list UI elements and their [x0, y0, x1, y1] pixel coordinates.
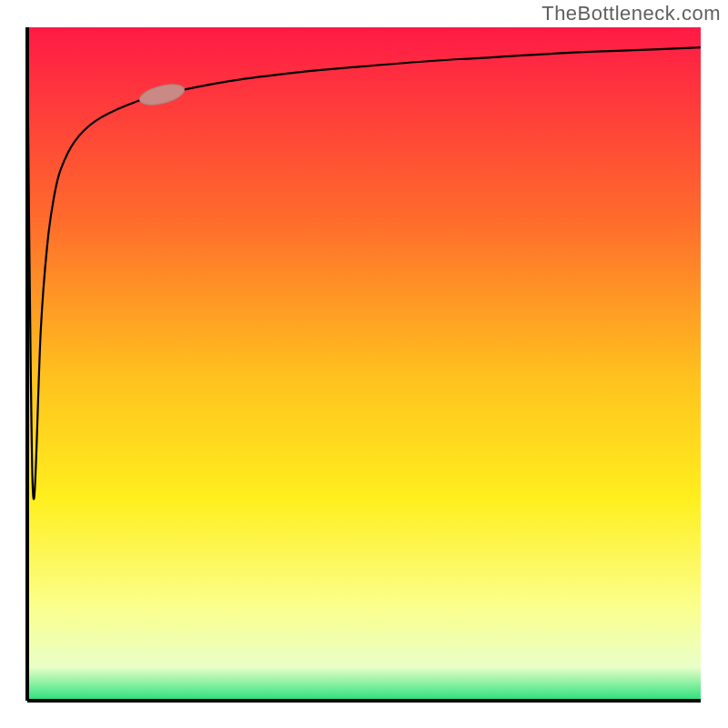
plot-background: [27, 27, 701, 701]
bottleneck-chart: [0, 0, 728, 728]
chart-container: TheBottleneck.com: [0, 0, 728, 728]
